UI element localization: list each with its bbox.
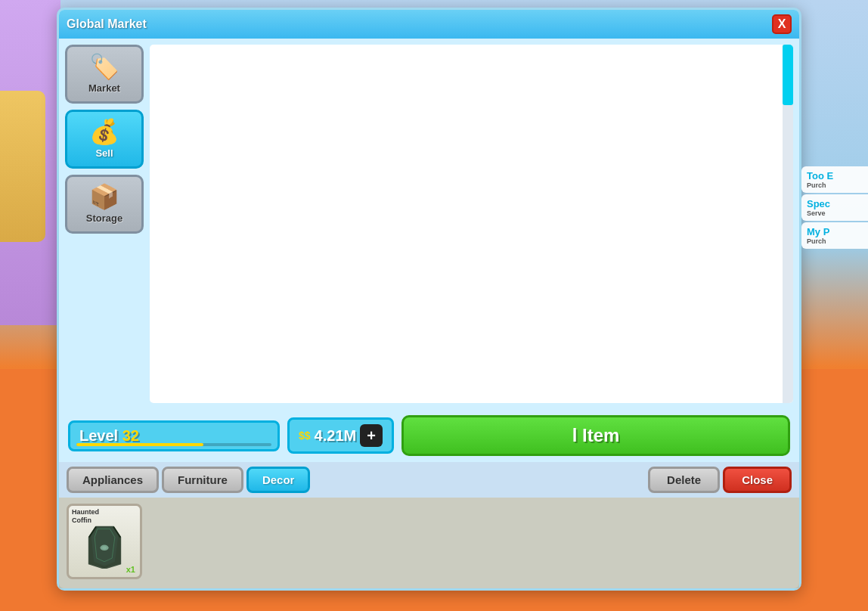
svg-rect-6 <box>102 546 107 549</box>
scrollbar-thumb[interactable] <box>783 45 793 105</box>
rsp-item-2[interactable]: Spec Serve <box>801 194 868 221</box>
add-money-button[interactable]: + <box>360 424 383 447</box>
level-bar: Level 32 <box>68 420 280 451</box>
money-display: $$ 4.21M + <box>287 417 394 454</box>
money-symbol: $$ <box>299 430 311 442</box>
tab-appliances[interactable]: Appliances <box>67 467 159 493</box>
bottom-controls: Level 32 $$ 4.21M + l Item <box>59 409 799 462</box>
sidebar-market-button[interactable]: 🏷️ Market <box>65 45 144 104</box>
rsp-title-1: Too E <box>807 170 863 181</box>
content-area <box>150 45 793 403</box>
modal-title: Global Market <box>67 17 147 31</box>
sell-item-button[interactable]: l Item <box>401 415 790 456</box>
modal-titlebar: Global Market X <box>59 10 799 39</box>
money-amount: 4.21M <box>315 427 357 445</box>
global-market-modal: Global Market X 🏷️ Market 💰 Sell 📦 Stora… <box>57 8 801 591</box>
item-name-haunted-coffin: HauntedCoffin <box>72 508 99 525</box>
sell-icon: 💰 <box>89 119 119 144</box>
level-number: 32 <box>122 427 139 444</box>
sidebar-market-label: Market <box>88 82 120 94</box>
rsp-item-1[interactable]: Too E Purch <box>801 166 868 193</box>
inventory-grid: HauntedCoffin x1 <box>59 498 799 588</box>
close-button[interactable]: Close <box>723 467 792 493</box>
level-progress-fill <box>76 443 203 446</box>
level-label: Level 32 <box>79 427 139 444</box>
item-count-haunted-coffin: x1 <box>126 565 135 574</box>
sidebar-sell-button[interactable]: 💰 Sell <box>65 110 144 169</box>
sidebar-sell-label: Sell <box>95 147 113 159</box>
rsp-item-3[interactable]: My P Purch <box>801 222 868 249</box>
yellow-decoration <box>0 91 45 242</box>
delete-button[interactable]: Delete <box>648 467 720 493</box>
tab-furniture[interactable]: Furniture <box>162 467 243 493</box>
sidebar: 🏷️ Market 💰 Sell 📦 Storage <box>59 39 150 409</box>
market-icon: 🏷️ <box>89 54 119 79</box>
rsp-sub-2: Serve <box>807 209 863 217</box>
modal-close-button[interactable]: X <box>772 14 792 34</box>
scrollbar-track[interactable] <box>783 45 793 403</box>
tab-bar: Appliances Furniture Decor Delete Close <box>59 462 799 498</box>
rsp-title-3: My P <box>807 226 863 237</box>
sidebar-storage-button[interactable]: 📦 Storage <box>65 175 144 234</box>
rsp-sub-1: Purch <box>807 181 863 189</box>
storage-icon: 📦 <box>89 185 119 209</box>
modal-body: 🏷️ Market 💰 Sell 📦 Storage <box>59 39 799 409</box>
right-side-panel: Too E Purch Spec Serve My P Purch <box>801 166 868 249</box>
rsp-sub-3: Purch <box>807 237 863 245</box>
rsp-title-2: Spec <box>807 198 863 209</box>
inventory-item-haunted-coffin[interactable]: HauntedCoffin x1 <box>67 504 142 579</box>
coffin-icon <box>84 523 126 569</box>
sidebar-storage-label: Storage <box>86 212 122 224</box>
tab-decor[interactable]: Decor <box>246 467 311 493</box>
level-progress-bar <box>76 443 271 446</box>
